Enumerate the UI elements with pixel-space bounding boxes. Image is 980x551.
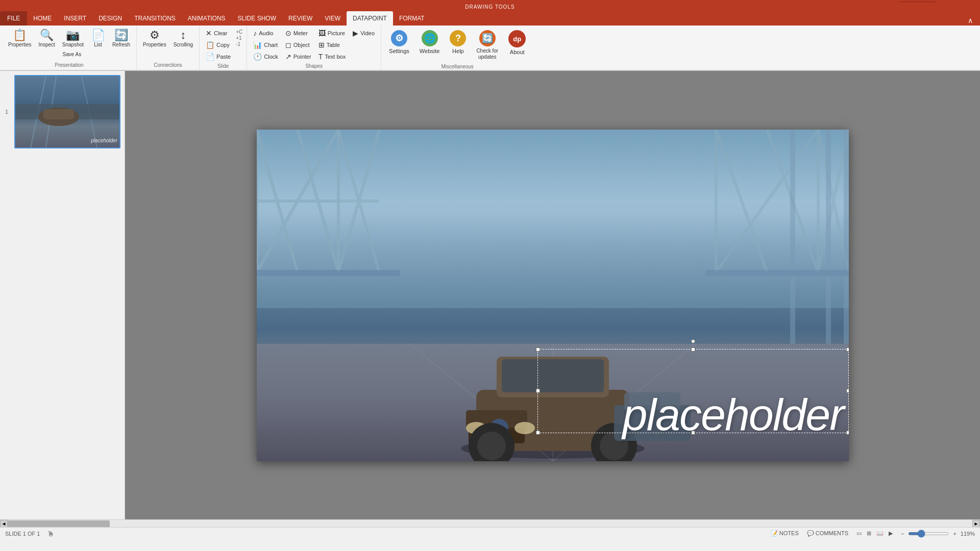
table-btn[interactable]: ⊞ Table: [315, 39, 349, 51]
copy-btn[interactable]: 📋 Copy: [203, 39, 234, 51]
about-btn[interactable]: dp About: [504, 28, 530, 58]
tab-insert[interactable]: INSERT: [58, 11, 92, 26]
slide-sorter-btn[interactable]: ⊞: [865, 529, 873, 538]
settings-btn[interactable]: ⚙ Settings: [384, 28, 414, 57]
meter-btn[interactable]: ⊙ Meter: [282, 28, 314, 39]
ribbon-tab-row: DRAWING TOOLS FILE HOME INSERT DESIGN TR…: [0, 11, 980, 26]
group-shapes: ♪ Audio 📊 Chart 🕐 Clock ⊙ Mete: [247, 26, 381, 70]
svg-rect-5: [43, 109, 74, 119]
status-right: 📝 NOTES 💬 COMMENTS ▭ ⊞ 📖 ▶ − + 119%: [769, 529, 975, 538]
group-presentation: 📋 Properties 🔍 Inspect 📷 Snapshot Save A…: [2, 26, 137, 70]
thumb-placeholder-text: placeholder: [91, 138, 117, 143]
check-updates-btn[interactable]: 🔄 Check forupdates: [472, 28, 503, 63]
group-miscellaneous-label: Miscellaneous: [384, 63, 530, 69]
tab-view[interactable]: VIEW: [318, 11, 347, 26]
zoom-out-btn[interactable]: −: [899, 530, 906, 538]
group-slide-label: Slide: [203, 62, 243, 69]
reading-view-btn[interactable]: 📖: [874, 529, 886, 538]
horizontal-scrollbar: ◄ ►: [0, 519, 980, 527]
group-slide: ✕ Clear 📋 Copy 📄 Paste +C +1: [200, 26, 247, 70]
video-btn[interactable]: ▶ Video: [350, 28, 378, 39]
list-btn[interactable]: 📄 List: [88, 28, 108, 49]
slideshow-view-btn[interactable]: ▶: [887, 529, 895, 538]
object-btn[interactable]: ◻ Object: [282, 39, 314, 51]
view-buttons: ▭ ⊞ 📖 ▶: [854, 529, 895, 538]
tab-design[interactable]: DESIGN: [92, 11, 128, 26]
connections-properties-btn[interactable]: ⚙ Properties: [140, 28, 169, 49]
comments-btn[interactable]: 💬 COMMENTS: [805, 529, 850, 538]
notes-btn[interactable]: 📝 NOTES: [769, 529, 801, 538]
status-left: SLIDE 1 OF 1 🖱: [5, 529, 56, 539]
drawing-tools-label: DRAWING TOOLS: [465, 4, 514, 10]
main-area: 1: [0, 71, 980, 539]
status-icon-btn[interactable]: 🖱: [45, 529, 56, 539]
clear-btn[interactable]: ✕ Clear: [203, 28, 234, 39]
snapshot-saveas-btn[interactable]: Save As: [59, 49, 85, 59]
picture-btn[interactable]: 🖼 Picture: [315, 28, 349, 39]
normal-view-btn[interactable]: ▭: [854, 529, 864, 538]
inspect-btn[interactable]: 🔍 Inspect: [36, 28, 58, 49]
ribbon: DRAWING TOOLS FILE HOME INSERT DESIGN TR…: [0, 11, 980, 71]
status-bar: SLIDE 1 OF 1 🖱 📝 NOTES 💬 COMMENTS ▭ ⊞ 📖 …: [0, 527, 980, 539]
help-btn[interactable]: ? Help: [445, 28, 471, 57]
tab-home[interactable]: HOME: [27, 11, 58, 26]
tab-datapoint[interactable]: DATAPOINT: [347, 11, 393, 26]
group-shapes-label: Shapes: [250, 62, 378, 69]
pointer-btn[interactable]: ↗ Pointer: [282, 51, 314, 62]
textbox-btn[interactable]: T Text box: [315, 51, 349, 62]
scroll-left-btn[interactable]: ◄: [0, 520, 8, 527]
zoom-value: 119%: [961, 531, 975, 537]
clock-btn[interactable]: 🕐 Clock: [250, 51, 281, 62]
slide-thumbnail[interactable]: placeholder: [14, 75, 120, 148]
tab-transitions[interactable]: TRANSITIONS: [128, 11, 182, 26]
tab-review[interactable]: REVIEW: [282, 11, 318, 26]
ribbon-collapse-btn[interactable]: ∧: [965, 15, 976, 26]
refresh-btn[interactable]: 🔄 Refresh: [109, 28, 133, 49]
zoom-slider[interactable]: [908, 532, 949, 535]
snapshot-btn[interactable]: 📷 Snapshot: [59, 28, 87, 49]
zoom-in-btn[interactable]: +: [951, 530, 958, 538]
tab-slideshow[interactable]: SLIDE SHOW: [232, 11, 282, 26]
slide-panel: 1: [0, 71, 125, 519]
group-connections-label: Connections: [140, 61, 196, 68]
slide-thumbnail-container: 1: [14, 75, 120, 148]
zoom-controls: − + 119%: [899, 530, 975, 538]
scroll-thumb[interactable]: [8, 520, 110, 527]
tab-animations[interactable]: ANIMATIONS: [182, 11, 232, 26]
snapshot-group: 📷 Snapshot Save As: [59, 28, 87, 59]
slide-thumb-inner: placeholder: [15, 76, 119, 147]
tab-file[interactable]: FILE: [0, 11, 27, 26]
scrolling-btn[interactable]: ↕ Scrolling: [170, 28, 196, 49]
website-btn[interactable]: 🌐 Website: [415, 28, 445, 57]
slide-info: SLIDE 1 OF 1: [5, 531, 40, 537]
work-area: 1: [0, 71, 980, 519]
group-presentation-label: Presentation: [5, 61, 133, 68]
slide-placeholder-text[interactable]: placeholder: [623, 389, 844, 441]
ribbon-spacer: [533, 26, 978, 70]
group-miscellaneous: ⚙ Settings 🌐 Website ? Help: [381, 26, 533, 70]
chart-btn[interactable]: 📊 Chart: [250, 39, 281, 51]
audio-btn[interactable]: ♪ Audio: [250, 28, 281, 39]
paste-btn[interactable]: 📄 Paste: [203, 51, 234, 62]
canvas-area[interactable]: V: [125, 71, 980, 519]
scroll-right-btn[interactable]: ►: [972, 520, 980, 527]
ribbon-content: 📋 Properties 🔍 Inspect 📷 Snapshot Save A…: [0, 26, 980, 70]
properties-btn[interactable]: 📋 Properties: [5, 28, 35, 49]
tab-format[interactable]: FORMAT: [393, 11, 431, 26]
slide-canvas: V: [257, 130, 849, 461]
slide-number: 1: [5, 109, 8, 115]
group-connections: ⚙ Properties ↕ Scrolling Connections: [137, 26, 200, 70]
